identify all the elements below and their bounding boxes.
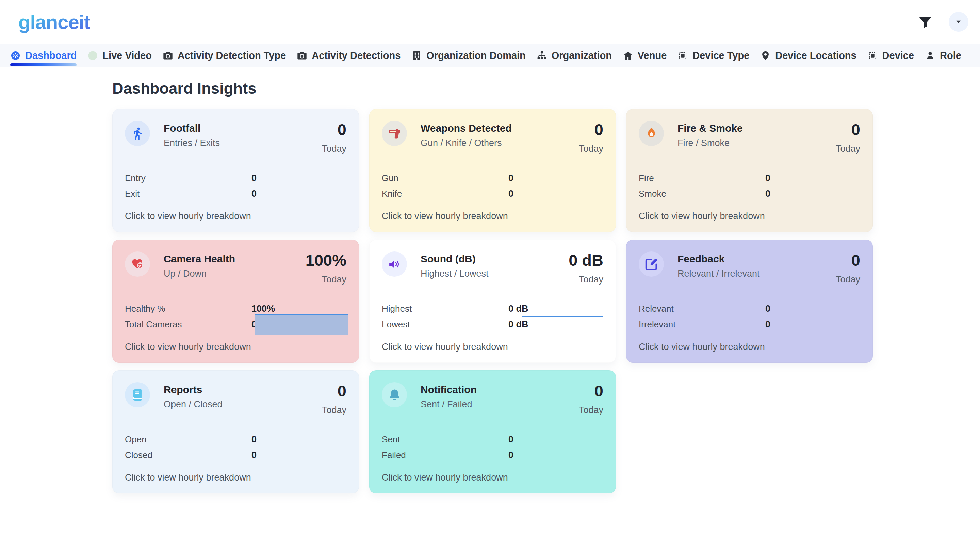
green-dot-icon <box>88 50 98 61</box>
stat-value: 0 <box>508 450 514 460</box>
card-footer-hint: Click to view hourly breakdown <box>639 342 860 352</box>
stat-label: Lowest <box>382 319 508 330</box>
chip-icon <box>867 50 878 61</box>
person-icon <box>925 50 935 61</box>
stat-value: 0 <box>508 173 514 183</box>
card-title: Footfall <box>164 122 220 134</box>
gun-icon <box>382 121 407 146</box>
bell-icon <box>382 382 407 407</box>
nav-item-activity-detection-type[interactable]: Activity Detection Type <box>163 44 286 67</box>
app-header: glanceit <box>0 0 980 44</box>
stat-row: Lowest 0 dB <box>382 317 603 332</box>
card-fire-smoke[interactable]: Fire & Smoke Fire / Smoke 0 Today Fire 0… <box>626 109 873 232</box>
card-header: Reports Open / Closed 0 Today <box>125 382 347 415</box>
card-period: Today <box>322 405 347 415</box>
heart-check-icon <box>125 251 150 277</box>
card-total-value: 0 dB <box>569 252 603 268</box>
card-total-value: 100% <box>305 252 347 268</box>
card-period: Today <box>579 144 603 154</box>
card-subtitle: Gun / Knife / Others <box>421 138 512 148</box>
page-title: Dashboard Insights <box>112 80 980 97</box>
stat-label: Sent <box>382 434 508 445</box>
card-camera-health[interactable]: Camera Health Up / Down 100% Today Healt… <box>112 240 359 363</box>
card-footer-hint: Click to view hourly breakdown <box>382 342 603 352</box>
card-stats: Highest 0 dB Lowest 0 dB <box>382 301 603 332</box>
nav-item-device-locations[interactable]: Device Locations <box>760 44 856 67</box>
nav-item-device[interactable]: Device <box>867 44 914 67</box>
card-period: Today <box>322 144 347 154</box>
stat-label: Fire <box>639 173 765 183</box>
stat-value: 0 <box>765 189 770 199</box>
card-reports[interactable]: Reports Open / Closed 0 Today Open 0 Clo… <box>112 370 359 493</box>
card-weapons[interactable]: Weapons Detected Gun / Knife / Others 0 … <box>369 109 616 232</box>
card-period: Today <box>836 144 860 154</box>
card-footer-hint: Click to view hourly breakdown <box>382 211 603 221</box>
stat-row: Gun 0 <box>382 170 603 186</box>
card-header: Camera Health Up / Down 100% Today <box>125 251 347 285</box>
building-icon <box>411 50 422 61</box>
card-sound[interactable]: Sound (dB) Highest / Lowest 0 dB Today H… <box>369 240 616 363</box>
profile-menu-button[interactable] <box>949 12 969 32</box>
stat-label: Relevant <box>639 304 765 314</box>
camera-icon <box>297 50 307 61</box>
stat-label: Highest <box>382 304 508 314</box>
card-subtitle: Highest / Lowest <box>421 269 488 279</box>
card-title: Weapons Detected <box>421 122 512 134</box>
card-header: Fire & Smoke Fire / Smoke 0 Today <box>639 121 860 154</box>
header-actions <box>917 12 969 32</box>
card-title: Feedback <box>678 253 760 265</box>
stat-label: Healthy % <box>125 304 251 314</box>
nav-item-venue[interactable]: Venue <box>623 44 667 67</box>
stat-value: 0 <box>251 189 256 199</box>
nav-item-device-type[interactable]: Device Type <box>678 44 749 67</box>
map-pin-icon <box>760 50 771 61</box>
chip-icon <box>678 50 688 61</box>
card-title: Sound (dB) <box>421 253 488 265</box>
stat-row: Irrelevant 0 <box>639 317 860 332</box>
nav-item-live-video[interactable]: Live Video <box>88 44 152 67</box>
stat-value: 0 dB <box>508 304 528 314</box>
main-content: Dashboard Insights Footfall Entries / Ex… <box>0 67 980 493</box>
card-header: Weapons Detected Gun / Knife / Others 0 … <box>382 121 603 154</box>
nav-item-organization[interactable]: Organization <box>537 44 612 67</box>
stat-label: Knife <box>382 189 508 199</box>
nav-item-dashboard[interactable]: Dashboard <box>10 44 76 67</box>
stat-value: 0 dB <box>508 319 528 330</box>
stat-row: Entry 0 <box>125 170 347 186</box>
card-total-value: 0 <box>579 383 603 399</box>
stat-value: 0 <box>765 319 770 330</box>
card-feedback[interactable]: Feedback Relevant / Irrelevant 0 Today R… <box>626 240 873 363</box>
stat-row: Fire 0 <box>639 170 860 186</box>
nav-item-activity-detections[interactable]: Activity Detections <box>297 44 401 67</box>
card-total-value: 0 <box>579 121 603 137</box>
stat-value: 0 <box>765 173 770 183</box>
card-footfall[interactable]: Footfall Entries / Exits 0 Today Entry 0… <box>112 109 359 232</box>
card-total-value: 0 <box>836 121 860 137</box>
card-footer-hint: Click to view hourly breakdown <box>125 342 347 352</box>
flame-icon <box>639 121 664 146</box>
main-nav: Dashboard Live Video Activity Detection … <box>0 44 980 67</box>
card-total-value: 0 <box>322 121 347 137</box>
card-period: Today <box>579 405 603 415</box>
card-notification[interactable]: Notification Sent / Failed 0 Today Sent … <box>369 370 616 493</box>
card-title: Camera Health <box>164 253 235 265</box>
card-total-value: 0 <box>322 383 347 399</box>
card-footer-hint: Click to view hourly breakdown <box>125 211 347 221</box>
stat-value: 0 <box>508 434 514 445</box>
card-footer-hint: Click to view hourly breakdown <box>639 211 860 221</box>
nav-item-organization-domain[interactable]: Organization Domain <box>411 44 526 67</box>
stat-row: Exit 0 <box>125 186 347 202</box>
filter-funnel-icon[interactable] <box>917 14 933 30</box>
card-title: Fire & Smoke <box>678 122 743 134</box>
nav-item-role[interactable]: Role <box>925 44 961 67</box>
card-period: Today <box>836 274 860 285</box>
brand-logo: glanceit <box>18 11 90 33</box>
cards-grid: Footfall Entries / Exits 0 Today Entry 0… <box>112 109 980 493</box>
card-subtitle: Entries / Exits <box>164 138 220 148</box>
card-header: Notification Sent / Failed 0 Today <box>382 382 603 415</box>
card-stats: Sent 0 Failed 0 <box>382 431 603 463</box>
camera-icon <box>163 50 173 61</box>
stat-row: Open 0 <box>125 431 347 447</box>
card-subtitle: Sent / Failed <box>421 399 477 410</box>
card-period: Today <box>305 274 347 285</box>
